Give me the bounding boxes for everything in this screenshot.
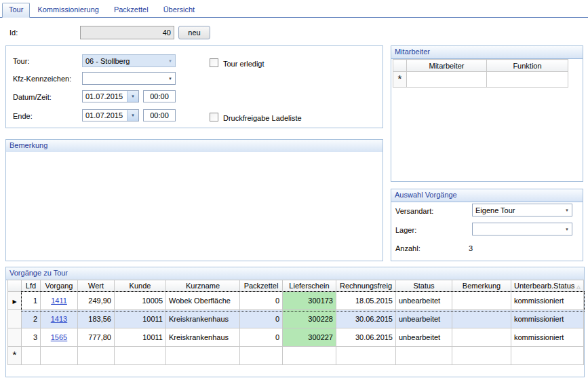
auswahl-panel-title: Auswahl Vorgänge — [391, 189, 583, 202]
cell-kurzname[interactable]: Wobek Oberfläche — [166, 292, 240, 310]
vorgaenge-grid-corner — [8, 280, 22, 292]
neu-button[interactable]: neu — [178, 26, 210, 39]
new-cell[interactable] — [22, 347, 41, 365]
cell-status[interactable]: unbearbeitet — [396, 292, 452, 310]
lager-label: Lager: — [395, 225, 416, 235]
cell-kunde[interactable]: 10005 — [115, 292, 166, 310]
ende-date-dropdown-button[interactable]: ▼ — [127, 110, 138, 121]
cell-unterbearb-status[interactable]: kommissioniert — [511, 328, 584, 347]
cell-bemerkung[interactable] — [452, 292, 511, 310]
bemerkung-column-header[interactable]: Bemerkung — [452, 280, 511, 292]
tab-uebersicht[interactable]: Übersicht — [156, 3, 202, 17]
unterbearb-status-column-header[interactable]: Unterbearb.Status△ — [511, 280, 584, 292]
cell-lieferschein[interactable]: 300227 — [283, 328, 336, 347]
lieferschein-column-header[interactable]: Lieferschein — [283, 280, 336, 292]
tab-tour[interactable]: Tour — [2, 3, 30, 18]
cell-bemerkung[interactable] — [452, 328, 511, 347]
cell-packzettel[interactable]: 0 — [240, 292, 283, 310]
cell-status[interactable]: unbearbeitet — [396, 310, 452, 328]
vorgang-link[interactable]: 1565 — [51, 333, 67, 341]
cell-kunde[interactable]: 10011 — [115, 328, 166, 347]
cell-kunde[interactable]: 10011 — [115, 310, 166, 328]
chevron-down-icon: ▼ — [165, 77, 175, 81]
id-label: Id: — [9, 28, 18, 37]
mitarbeiter-new-cell[interactable] — [407, 72, 487, 88]
datum-date-picker[interactable]: 01.07.2015 ▼ — [82, 90, 139, 102]
tour-erledigt-label: Tour erledigt — [223, 59, 264, 69]
tour-select[interactable]: 06 - Stollberg ▼ — [82, 54, 176, 67]
new-cell[interactable] — [166, 347, 240, 365]
tour-label: Tour: — [13, 56, 29, 66]
cell-unterbearb-status[interactable]: kommissioniert — [511, 292, 584, 310]
new-cell[interactable] — [283, 347, 336, 365]
rechnungsfreig-column-header[interactable]: Rechnungsfreig — [336, 280, 396, 292]
new-cell[interactable] — [452, 347, 511, 365]
lager-select[interactable]: ▼ — [472, 223, 572, 235]
anzahl-value: 3 — [469, 244, 473, 253]
packzettel-column-header[interactable]: Packzettel — [240, 280, 283, 292]
funktion-new-cell[interactable] — [487, 72, 568, 88]
cell-wert[interactable]: 249,90 — [78, 292, 115, 310]
cell-unterbearb-status[interactable]: kommissioniert — [511, 310, 584, 328]
cell-rechnungsfreig[interactable]: 30.06.2015 — [336, 328, 396, 347]
datum-time-input[interactable]: 00:00 — [143, 90, 176, 102]
new-cell[interactable] — [396, 347, 452, 365]
cell-vorgang[interactable]: 1413 — [41, 310, 78, 328]
cell-bemerkung[interactable] — [452, 310, 511, 328]
bemerkung-textarea[interactable] — [6, 152, 383, 261]
kfz-kennzeichen-select[interactable]: ▼ — [82, 72, 176, 85]
new-cell[interactable] — [41, 347, 78, 365]
table-row: 3 1565 777,80 10011 Kreiskrankenhaus 0 3… — [8, 328, 584, 347]
vorgang-link[interactable]: 1411 — [51, 297, 67, 305]
new-cell[interactable] — [78, 347, 115, 365]
tab-kommissionierung[interactable]: Kommissionierung — [30, 3, 106, 17]
cell-wert[interactable]: 183,56 — [78, 310, 115, 328]
cell-lieferschein[interactable]: 300228 — [283, 310, 336, 328]
row-header[interactable] — [8, 328, 22, 347]
cell-lieferschein[interactable]: 300173 — [283, 292, 336, 310]
cell-status[interactable]: unbearbeitet — [396, 328, 452, 347]
new-cell[interactable] — [115, 347, 166, 365]
cell-rechnungsfreig[interactable]: 18.05.2015 — [336, 292, 396, 310]
row-header[interactable] — [8, 310, 22, 328]
lfd-column-header[interactable]: Lfd — [22, 280, 41, 292]
cell-wert[interactable]: 777,80 — [78, 328, 115, 347]
cell-packzettel[interactable]: 0 — [240, 328, 283, 347]
kunde-column-header[interactable]: Kunde — [115, 280, 166, 292]
cell-packzettel[interactable]: 0 — [240, 310, 283, 328]
mitarbeiter-column-header[interactable]: Mitarbeiter — [407, 60, 487, 72]
datum-date-dropdown-button[interactable]: ▼ — [127, 91, 138, 102]
new-cell[interactable] — [511, 347, 584, 365]
cell-vorgang[interactable]: 1565 — [41, 328, 78, 347]
cell-kurzname[interactable]: Kreiskrankenhaus — [166, 328, 240, 347]
new-row: * — [8, 347, 584, 365]
cell-lfd[interactable]: 3 — [22, 328, 41, 347]
mitarbeiter-panel: Mitarbeiter Mitarbeiter Funktion * — [391, 45, 583, 182]
kurzname-column-header[interactable]: Kurzname — [166, 280, 240, 292]
ende-date-picker[interactable]: 01.07.2015 ▼ — [82, 109, 139, 121]
tab-packzettel[interactable]: Packzettel — [106, 3, 156, 17]
vorgang-link[interactable]: 1413 — [51, 315, 67, 323]
versandart-select[interactable]: Eigene Tour ▼ — [472, 204, 572, 216]
funktion-column-header[interactable]: Funktion — [487, 60, 568, 72]
anzahl-label: Anzahl: — [395, 244, 420, 253]
cell-lfd[interactable]: 2 — [22, 310, 41, 328]
table-row: ▶ 1 1411 249,90 10005 Wobek Oberfläche 0… — [8, 292, 584, 310]
cell-kurzname[interactable]: Kreiskrankenhaus — [166, 310, 240, 328]
id-input[interactable]: 40 — [80, 26, 174, 39]
ende-time-input[interactable]: 00:00 — [143, 109, 176, 121]
tour-erledigt-checkbox[interactable] — [210, 58, 218, 67]
status-column-header[interactable]: Status — [396, 280, 452, 292]
druckfreigabe-checkbox[interactable] — [210, 113, 218, 121]
wert-column-header[interactable]: Wert — [78, 280, 115, 292]
ende-date-value: 01.07.2015 — [83, 110, 127, 121]
current-row-icon: ▶ — [12, 299, 16, 305]
cell-vorgang[interactable]: 1411 — [41, 292, 78, 310]
current-row-header[interactable]: ▶ — [8, 292, 22, 310]
new-cell[interactable] — [336, 347, 396, 365]
new-cell[interactable] — [240, 347, 283, 365]
cell-lfd[interactable]: 1 — [22, 292, 41, 310]
cell-rechnungsfreig[interactable]: 30.06.2015 — [336, 310, 396, 328]
versandart-select-value: Eigene Tour — [473, 206, 562, 214]
vorgang-column-header[interactable]: Vorgang — [41, 280, 78, 292]
